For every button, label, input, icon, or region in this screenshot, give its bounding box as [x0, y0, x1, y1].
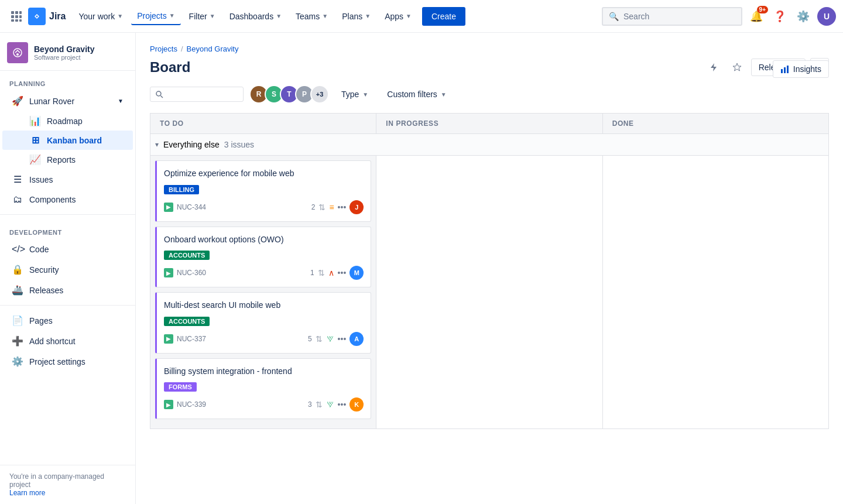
sidebar-item-security-label: Security — [29, 265, 59, 275]
svg-rect-7 — [15, 19, 18, 22]
sidebar-item-code-label: Code — [29, 245, 49, 254]
chevron-down-icon: ▼ — [322, 13, 328, 19]
card-nuc-360[interactable]: Onboard workout options (OWO) ACCOUNTS ▶… — [155, 227, 371, 288]
card-nuc-339[interactable]: Billing system integration - frontend FO… — [155, 358, 371, 420]
card-title: Onboard workout options (OWO) — [164, 234, 364, 246]
card-title: Optimize experience for mobile web — [164, 168, 364, 180]
card-label-forms: FORMS — [164, 382, 197, 392]
breadcrumb-projects[interactable]: Projects — [150, 44, 177, 53]
issue-id: NUC-360 — [177, 269, 206, 277]
board-columns-row: Optimize experience for mobile web BILLI… — [150, 156, 829, 429]
more-icon[interactable]: ••• — [338, 268, 347, 277]
sidebar-item-add-shortcut[interactable]: ➕ Add shortcut — [2, 331, 133, 351]
chevron-down-icon: ▼ — [118, 98, 124, 104]
sidebar-item-kanban[interactable]: ⊞ Kanban board — [2, 131, 133, 150]
story-count: 5 — [308, 335, 312, 343]
sidebar-item-code[interactable]: </> Code — [2, 239, 133, 259]
breadcrumb-project[interactable]: Beyond Gravity — [187, 44, 239, 53]
card-title: Billing system integration - frontend — [164, 366, 364, 378]
settings-button[interactable]: ⚙️ — [794, 7, 813, 26]
nav-your-work[interactable]: Your work ▼ — [73, 8, 129, 25]
sidebar-item-project-settings-label: Project settings — [29, 357, 85, 366]
add-shortcut-icon: ➕ — [12, 335, 23, 347]
chevron-down-icon: ▼ — [406, 13, 412, 19]
sidebar-item-pages[interactable]: 📄 Pages — [2, 310, 133, 331]
breadcrumb-separator: / — [181, 44, 183, 53]
notifications-button[interactable]: 🔔 9+ — [747, 7, 766, 26]
sidebar-item-releases[interactable]: 🚢 Releases — [2, 280, 133, 300]
priority-icon-low: ⩔ — [326, 400, 334, 409]
sidebar-item-roadmap[interactable]: 📊 Roadmap — [2, 111, 133, 131]
card-nuc-344[interactable]: Optimize experience for mobile web BILLI… — [155, 160, 371, 222]
custom-filters-label: Custom filters — [387, 90, 437, 99]
svg-rect-13 — [787, 66, 789, 73]
card-label-billing: BILLING — [164, 185, 199, 194]
sidebar-item-pages-label: Pages — [29, 316, 53, 325]
sidebar-item-security[interactable]: 🔒 Security — [2, 259, 133, 280]
sidebar-item-components[interactable]: 🗂 Components — [2, 190, 133, 210]
apps-grid-icon[interactable] — [7, 7, 26, 26]
avatar-filters: R S T P +3 — [249, 85, 329, 104]
more-icon[interactable]: ••• — [338, 334, 347, 344]
group-name: Everything else — [163, 140, 220, 149]
svg-rect-2 — [19, 11, 22, 14]
card-footer: ▶ NUC-360 1 ⇅ ∧ ••• M — [164, 266, 364, 280]
card-footer: ▶ NUC-339 3 ⇅ ⩔ ••• K — [164, 397, 364, 412]
help-button[interactable]: ❓ — [770, 7, 789, 26]
nav-projects[interactable]: Projects ▼ — [131, 8, 180, 25]
priority-icon-low: ⩔ — [326, 334, 334, 344]
story-count: 3 — [308, 400, 312, 409]
svg-point-14 — [156, 91, 161, 96]
assignee-avatar: K — [349, 397, 364, 412]
jira-logo[interactable]: Jira — [28, 8, 66, 25]
sort-icon: ⇅ — [316, 334, 323, 344]
board-search[interactable] — [150, 87, 244, 102]
column-inprogress — [376, 156, 602, 429]
issue-id: NUC-339 — [177, 400, 206, 409]
sidebar-item-issues[interactable]: ☰ Issues — [2, 169, 133, 190]
create-button[interactable]: Create — [422, 7, 465, 26]
nav-teams[interactable]: Teams ▼ — [290, 8, 334, 25]
user-avatar[interactable]: U — [817, 7, 836, 26]
avatar-filter-more[interactable]: +3 — [310, 85, 329, 104]
custom-filters-button[interactable]: Custom filters ▼ — [381, 85, 453, 103]
insights-button[interactable]: Insights — [773, 60, 829, 78]
learn-more-link[interactable]: Learn more — [9, 489, 45, 497]
card-meta: 5 ⇅ ⩔ ••• A — [308, 332, 364, 346]
sidebar-item-lunar-rover[interactable]: 🚀 Lunar Rover ▼ — [2, 91, 133, 111]
sidebar-item-releases-label: Releases — [29, 286, 63, 295]
nav-apps[interactable]: Apps ▼ — [379, 8, 417, 25]
chevron-down-icon: ▼ — [365, 13, 371, 19]
column-header-done: DONE — [603, 113, 829, 134]
project-info[interactable]: Beyond Gravity Software project — [0, 33, 135, 71]
svg-rect-3 — [11, 15, 14, 18]
sidebar-item-reports[interactable]: 📈 Reports — [2, 150, 133, 169]
topnav-right-section: 🔍 Search 🔔 9+ ❓ ⚙️ U — [602, 7, 836, 26]
issue-id: NUC-337 — [177, 335, 206, 343]
more-icon[interactable]: ••• — [338, 203, 347, 212]
story-count: 2 — [311, 203, 316, 211]
column-todo-body: Optimize experience for mobile web BILLI… — [150, 156, 376, 428]
nav-dashboards[interactable]: Dashboards ▼ — [224, 8, 287, 25]
group-toggle-icon[interactable]: ▾ — [155, 140, 159, 149]
card-label-accounts-2: ACCOUNTS — [164, 317, 210, 326]
security-icon: 🔒 — [12, 264, 23, 275]
story-icon: ▶ — [164, 334, 173, 344]
type-filter-button[interactable]: Type ▼ — [335, 85, 375, 103]
more-icon[interactable]: ••• — [338, 400, 347, 409]
chevron-down-icon: ▼ — [441, 91, 447, 98]
sidebar-item-project-settings[interactable]: ⚙️ Project settings — [2, 351, 133, 372]
nav-plans[interactable]: Plans ▼ — [336, 8, 376, 25]
lightning-button[interactable] — [704, 58, 723, 77]
star-button[interactable] — [728, 58, 746, 77]
svg-rect-4 — [15, 15, 18, 18]
project-type: Software project — [34, 54, 128, 61]
search-box[interactable]: 🔍 Search — [602, 7, 742, 26]
sidebar-divider-2 — [0, 305, 135, 306]
chevron-down-icon: ▼ — [276, 13, 282, 19]
sidebar-bottom: You're in a company-managed project Lear… — [0, 465, 135, 504]
card-nuc-337[interactable]: Multi-dest search UI mobile web ACCOUNTS… — [155, 292, 371, 354]
insights-label: Insights — [793, 64, 821, 74]
nav-filter[interactable]: Filter ▼ — [183, 8, 221, 25]
rocket-icon: 🚀 — [12, 95, 23, 107]
